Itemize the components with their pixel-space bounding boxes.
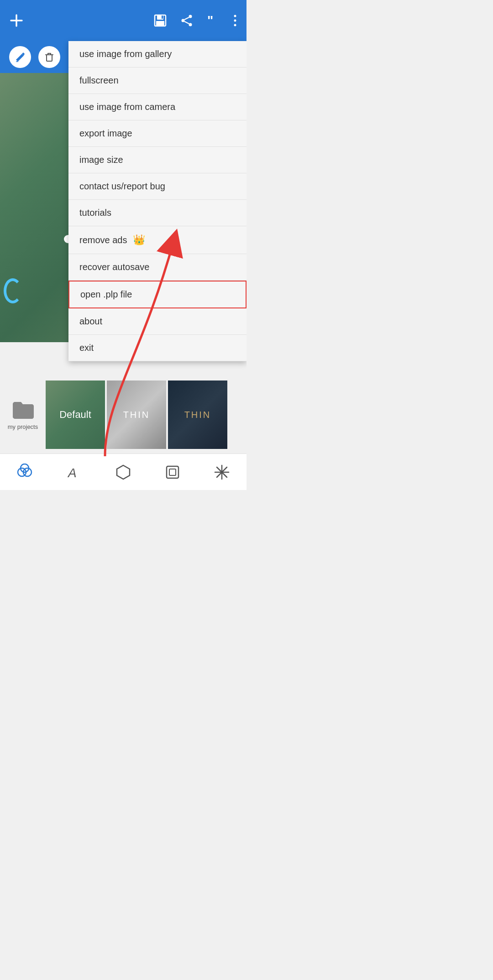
nav-text[interactable]: A bbox=[49, 454, 99, 490]
svg-point-13 bbox=[234, 20, 236, 22]
delete-button[interactable] bbox=[38, 46, 60, 68]
svg-rect-27 bbox=[169, 469, 176, 475]
main-toolbar: " bbox=[0, 0, 246, 41]
svg-point-12 bbox=[234, 15, 236, 17]
nav-layers[interactable] bbox=[0, 454, 49, 490]
template-thin2[interactable]: THIN bbox=[168, 381, 227, 449]
my-projects-label: my projects bbox=[8, 423, 38, 430]
menu-item-export-image[interactable]: export image bbox=[68, 120, 246, 147]
more-options-button[interactable] bbox=[233, 14, 237, 27]
menu-item-use-image-gallery[interactable]: use image from gallery bbox=[68, 41, 246, 68]
template-default[interactable]: Default bbox=[46, 381, 105, 449]
menu-item-remove-ads[interactable]: remove ads 👑 bbox=[68, 226, 246, 254]
svg-text:A: A bbox=[67, 466, 77, 480]
menu-item-open-plp-file[interactable]: open .plp file bbox=[68, 281, 246, 308]
nav-frame[interactable] bbox=[148, 454, 197, 490]
menu-item-exit[interactable]: exit bbox=[68, 335, 246, 361]
share-button[interactable] bbox=[180, 14, 194, 27]
add-button[interactable] bbox=[9, 13, 24, 28]
menu-item-image-size[interactable]: image size bbox=[68, 147, 246, 173]
svg-rect-16 bbox=[47, 55, 52, 61]
menu-item-contact-us[interactable]: contact us/report bug bbox=[68, 173, 246, 200]
bottom-nav: A bbox=[0, 454, 246, 490]
svg-line-9 bbox=[184, 17, 189, 20]
svg-marker-25 bbox=[117, 465, 130, 479]
svg-point-14 bbox=[234, 24, 236, 26]
my-projects-section[interactable]: my projects bbox=[0, 376, 46, 454]
menu-item-recover-autosave[interactable]: recover autosave bbox=[68, 254, 246, 281]
nav-effects[interactable] bbox=[197, 454, 246, 490]
folder-icon bbox=[11, 400, 35, 420]
svg-point-6 bbox=[189, 15, 192, 18]
template-thin2-label: THIN bbox=[184, 410, 211, 420]
context-menu: use image from gallery fullscreen use im… bbox=[68, 41, 246, 361]
svg-rect-5 bbox=[162, 16, 163, 19]
templates-bar: my projects Default THIN THIN bbox=[0, 376, 246, 454]
svg-rect-4 bbox=[156, 21, 164, 26]
toolbar-left bbox=[9, 13, 24, 28]
menu-item-use-image-camera[interactable]: use image from camera bbox=[68, 94, 246, 120]
template-thin1[interactable]: THIN bbox=[107, 381, 166, 449]
crown-icon: 👑 bbox=[133, 234, 145, 246]
svg-text:": " bbox=[207, 15, 213, 26]
template-thin1-label: THIN bbox=[123, 410, 150, 420]
menu-item-about[interactable]: about bbox=[68, 308, 246, 335]
svg-line-10 bbox=[184, 21, 189, 24]
save-button[interactable] bbox=[153, 14, 167, 27]
quote-button[interactable]: " bbox=[206, 15, 220, 26]
edit-button[interactable] bbox=[9, 46, 31, 68]
canvas-arc-decoration bbox=[4, 278, 22, 303]
toolbar-center: " bbox=[153, 14, 237, 27]
nav-shape[interactable] bbox=[99, 454, 148, 490]
template-default-label: Default bbox=[59, 409, 91, 421]
menu-item-fullscreen[interactable]: fullscreen bbox=[68, 68, 246, 94]
menu-item-tutorials[interactable]: tutorials bbox=[68, 200, 246, 226]
svg-point-7 bbox=[182, 19, 185, 22]
svg-rect-26 bbox=[167, 466, 178, 478]
svg-point-8 bbox=[189, 23, 192, 26]
